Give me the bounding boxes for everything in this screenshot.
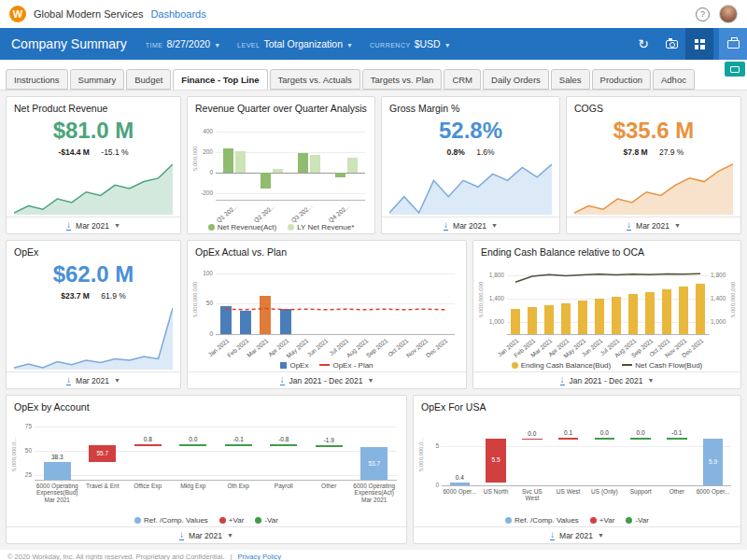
bar[interactable]: [261, 173, 270, 189]
tab-summary[interactable]: Summary: [70, 69, 125, 90]
bar[interactable]: [628, 294, 639, 334]
privacy-policy-link[interactable]: Privacy Policy: [237, 553, 281, 560]
kpi-sub-values: $7.8 M 27.9 %: [567, 147, 740, 157]
caret-down-icon[interactable]: ▼: [598, 532, 604, 539]
tab-crm[interactable]: CRM: [444, 69, 481, 90]
help-icon[interactable]: ?: [696, 7, 710, 21]
period-label[interactable]: Jan 2021 - Dec 2021: [289, 376, 363, 385]
card-opex-by-account: OpEx by Account 5,000,000,0...25507538.3…: [6, 395, 407, 544]
nav-dashboards[interactable]: Dashboards: [150, 8, 205, 20]
bar-value-label: 0.1: [550, 429, 586, 436]
bar[interactable]: [558, 438, 578, 440]
kpi-delta: $23.7 M: [61, 291, 90, 301]
bar[interactable]: [235, 151, 245, 173]
bar[interactable]: [134, 444, 162, 446]
avatar[interactable]: [719, 5, 738, 23]
download-icon[interactable]: ↓: [627, 220, 631, 231]
download-icon[interactable]: ↓: [66, 220, 71, 231]
bar-value-label: -0.8: [261, 436, 307, 442]
footer-separator: |: [230, 553, 232, 560]
download-icon[interactable]: ↓: [444, 220, 448, 231]
bar[interactable]: [667, 438, 686, 440]
bar[interactable]: [44, 462, 71, 480]
bar[interactable]: [630, 438, 650, 440]
bar[interactable]: [335, 173, 345, 177]
bar[interactable]: [179, 444, 206, 446]
bar[interactable]: [223, 148, 233, 173]
bar[interactable]: [696, 284, 706, 334]
bar[interactable]: [544, 305, 555, 334]
camera-icon[interactable]: [657, 28, 685, 60]
bar[interactable]: [595, 438, 614, 440]
caret-down-icon[interactable]: ▼: [674, 222, 681, 229]
time-filter[interactable]: TIME 8/27/2020 ▼: [146, 38, 220, 49]
bar[interactable]: [310, 155, 319, 173]
tab-bar: InstructionsSummaryBudgetFinance - Top L…: [0, 60, 747, 90]
bar[interactable]: [645, 292, 655, 334]
tab-instructions[interactable]: Instructions: [6, 69, 68, 90]
download-icon[interactable]: ↓: [66, 375, 71, 385]
bar[interactable]: [662, 289, 672, 334]
bar[interactable]: [225, 444, 252, 446]
bar[interactable]: [578, 301, 588, 334]
tab-budget[interactable]: Budget: [126, 69, 171, 90]
grid-view-icon[interactable]: [685, 28, 713, 60]
currency-filter[interactable]: CURRENCY $USD ▼: [370, 38, 451, 49]
bar[interactable]: [528, 307, 538, 334]
bar[interactable]: [316, 445, 343, 447]
tab-sales[interactable]: Sales: [551, 69, 590, 90]
tab-daily-orders[interactable]: Daily Orders: [483, 69, 549, 90]
kpi-sub-values: -$14.4 M -15.1 %: [7, 147, 180, 157]
tab-adhoc[interactable]: Adhoc: [653, 69, 695, 90]
period-label[interactable]: Mar 2021: [636, 221, 669, 231]
caret-down-icon[interactable]: ▼: [647, 377, 654, 384]
tab-finance-top-line[interactable]: Finance - Top Line: [173, 69, 267, 90]
bar[interactable]: [240, 311, 251, 334]
refresh-icon[interactable]: ↻: [629, 28, 657, 60]
bar[interactable]: [511, 309, 521, 334]
bar[interactable]: [522, 439, 542, 441]
caret-down-icon[interactable]: ▼: [491, 222, 498, 229]
bar[interactable]: [260, 296, 271, 334]
x-tick-label: Other: [660, 488, 695, 495]
legend-item: -Var: [255, 516, 278, 525]
period-label[interactable]: Mar 2021: [453, 221, 486, 231]
bar[interactable]: [270, 444, 297, 446]
briefcase-icon[interactable]: [719, 28, 747, 60]
period-label[interactable]: Mar 2021: [76, 376, 109, 385]
screen-recorder-icon[interactable]: [725, 62, 745, 77]
download-icon[interactable]: ↓: [179, 530, 184, 540]
level-filter[interactable]: LEVEL Total Organization ▼: [237, 38, 353, 49]
caret-down-icon[interactable]: ▼: [114, 222, 120, 229]
card-title: OpEx For USA: [414, 396, 740, 414]
bar[interactable]: [450, 483, 470, 485]
tab-targets-vs-actuals[interactable]: Targets vs. Actuals: [270, 69, 360, 90]
bar[interactable]: [220, 306, 232, 334]
period-label[interactable]: Jan 2021 - Dec 2021: [570, 376, 643, 385]
download-icon[interactable]: ↓: [550, 530, 555, 540]
period-label[interactable]: Mar 2021: [559, 531, 593, 540]
bar[interactable]: [679, 287, 689, 334]
tab-targets-vs-plan[interactable]: Targets vs. Plan: [362, 69, 443, 90]
card-title: Gross Margin %: [382, 97, 559, 116]
caret-down-icon[interactable]: ▼: [367, 377, 374, 384]
caret-down-icon[interactable]: ▼: [227, 532, 233, 539]
period-label[interactable]: Mar 2021: [189, 531, 222, 540]
x-tick-label: US North: [479, 488, 514, 495]
download-icon[interactable]: ↓: [560, 375, 565, 385]
caret-down-icon[interactable]: ▼: [114, 377, 120, 384]
tab-production[interactable]: Production: [592, 69, 651, 90]
bar[interactable]: [273, 169, 282, 173]
x-tick-label: 6000 Operating Expenses(Act) Mar 2021: [353, 483, 397, 503]
legend-item: Ref. /Comp. Values: [134, 516, 208, 525]
bar[interactable]: [347, 158, 357, 174]
bar[interactable]: [280, 309, 291, 334]
bar[interactable]: [561, 303, 571, 334]
workday-logo-icon[interactable]: W: [9, 6, 26, 22]
period-label[interactable]: Mar 2021: [76, 221, 109, 231]
bar[interactable]: [612, 297, 622, 334]
bar[interactable]: [298, 153, 307, 173]
download-icon[interactable]: ↓: [280, 375, 285, 385]
card-title: OpEx: [7, 241, 180, 259]
bar[interactable]: [595, 299, 605, 334]
